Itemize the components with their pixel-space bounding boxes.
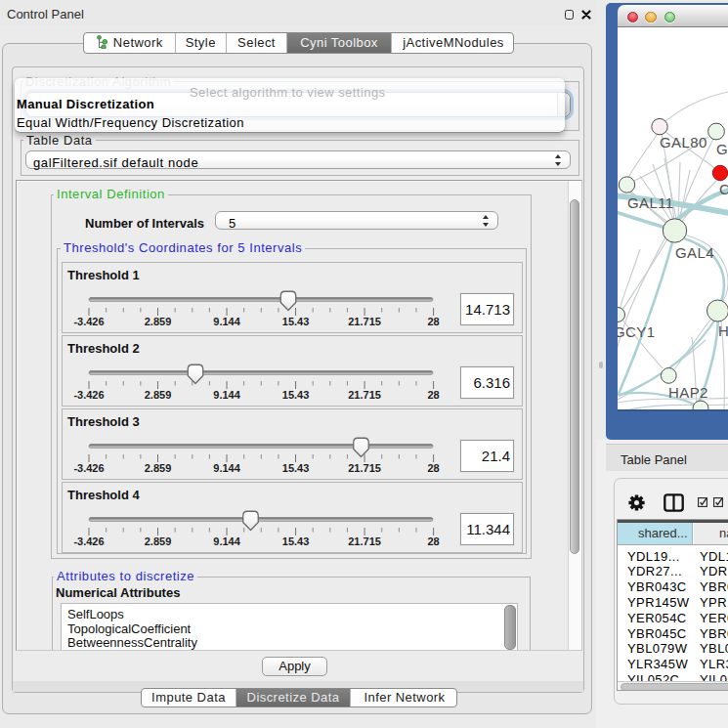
svg-text:28: 28 bbox=[427, 389, 439, 401]
svg-text:2.859: 2.859 bbox=[145, 462, 172, 474]
svg-text:9.144: 9.144 bbox=[213, 316, 240, 327]
svg-text:15.43: 15.43 bbox=[282, 535, 310, 547]
svg-text:GCY1: GCY1 bbox=[618, 323, 655, 340]
svg-text:H: H bbox=[718, 322, 728, 339]
svg-text:GA: GA bbox=[716, 141, 728, 157]
svg-text:21.715: 21.715 bbox=[348, 535, 381, 547]
svg-text:-3.426: -3.426 bbox=[73, 535, 104, 547]
svg-text:HAP2: HAP2 bbox=[668, 384, 708, 401]
svg-text:21.715: 21.715 bbox=[348, 389, 381, 401]
svg-text:28: 28 bbox=[427, 316, 439, 327]
svg-text:21.715: 21.715 bbox=[348, 316, 381, 327]
svg-text:28: 28 bbox=[427, 462, 439, 474]
svg-text:15.43: 15.43 bbox=[282, 316, 310, 327]
svg-text:GAL4: GAL4 bbox=[675, 244, 714, 261]
svg-text:15.43: 15.43 bbox=[282, 462, 310, 474]
svg-text:-3.426: -3.426 bbox=[73, 462, 104, 474]
svg-text:9.144: 9.144 bbox=[213, 535, 240, 547]
svg-text:9.144: 9.144 bbox=[213, 389, 240, 401]
svg-text:28: 28 bbox=[427, 535, 439, 547]
svg-text:2.859: 2.859 bbox=[145, 389, 172, 401]
svg-text:GAL11: GAL11 bbox=[627, 194, 674, 211]
svg-text:15.43: 15.43 bbox=[282, 389, 310, 401]
svg-text:-3.426: -3.426 bbox=[73, 389, 104, 401]
svg-text:21.715: 21.715 bbox=[348, 462, 381, 474]
svg-text:9.144: 9.144 bbox=[213, 462, 240, 474]
svg-text:-3.426: -3.426 bbox=[73, 316, 104, 327]
svg-text:C: C bbox=[719, 181, 728, 197]
svg-text:2.859: 2.859 bbox=[145, 316, 172, 327]
svg-text:GAL80: GAL80 bbox=[660, 134, 707, 150]
svg-text:2.859: 2.859 bbox=[145, 535, 172, 547]
